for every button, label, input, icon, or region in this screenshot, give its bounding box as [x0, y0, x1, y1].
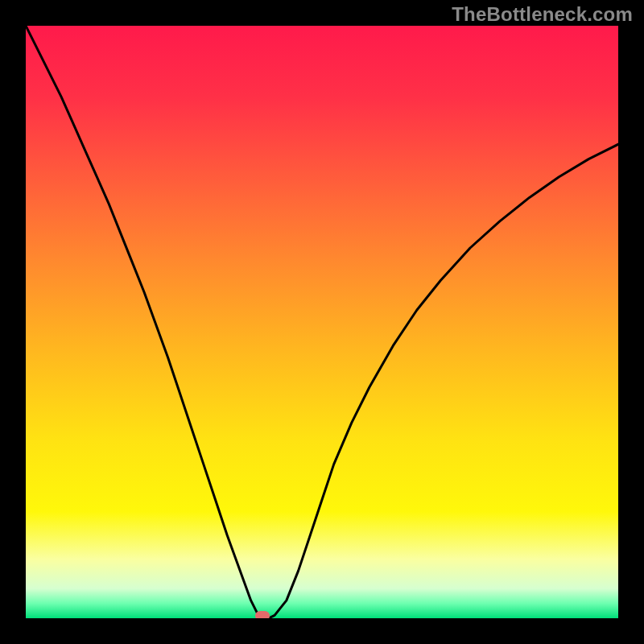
bottleneck-curve: [26, 26, 618, 618]
optimum-marker: [255, 611, 270, 618]
curve-path: [26, 26, 618, 618]
plot-area: [26, 26, 618, 618]
chart-frame: TheBottleneck.com: [0, 0, 644, 644]
watermark-label: TheBottleneck.com: [452, 3, 633, 26]
